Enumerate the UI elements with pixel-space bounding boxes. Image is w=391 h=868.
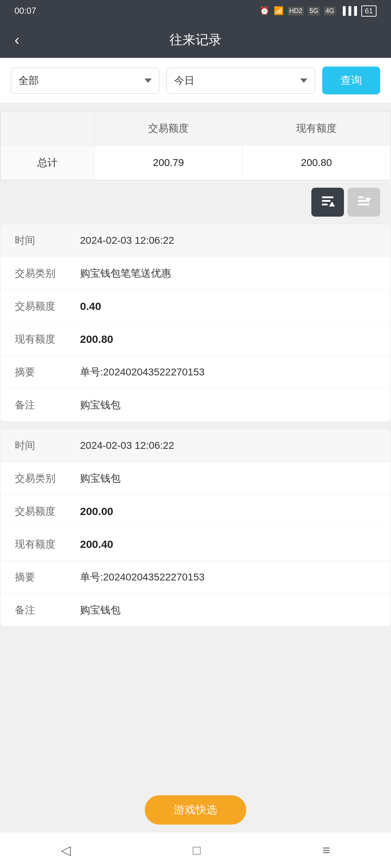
date-dropdown-value: 今日 [174,74,194,88]
status-icons: ⏰ 📶 HD2 5G 4G ▐▐▐ 61 [260,5,377,17]
tx1-time-row: 时间 2024-02-03 12:06:22 [0,224,391,257]
type-dropdown-value: 全部 [18,74,39,88]
tx2-current-row: 现有额度 200.40 [0,528,391,561]
back-button[interactable]: ‹ [14,32,19,48]
query-button[interactable]: 查询 [322,67,380,94]
tx1-time-value: 2024-02-03 12:06:22 [80,235,376,246]
svg-marker-3 [329,201,335,207]
tx2-note-label: 备注 [15,603,80,617]
date-dropdown[interactable]: 今日 [167,68,315,94]
sort-desc-button[interactable] [311,188,344,217]
tx1-summary-row: 摘要 单号:202402043522270153 [0,356,391,389]
tx2-type-label: 交易类别 [15,472,80,485]
tx2-amount-value: 200.00 [80,505,376,518]
svg-rect-2 [322,204,328,205]
tx2-note-row: 备注 购宝钱包 [0,594,391,626]
tx2-amount-row: 交易额度 200.00 [0,495,391,528]
tx2-current-label: 现有额度 [15,537,80,551]
tx2-time-label: 时间 [15,439,80,452]
date-dropdown-arrow [300,78,307,83]
tx1-type-row: 交易类别 购宝钱包笔笔送优惠 [0,257,391,290]
status-time: 00:07 [14,6,36,16]
wifi-icon: 📶 [274,6,283,16]
tx1-summary-value: 单号:202402043522270153 [80,365,376,379]
signal-icon: ▐▐▐ [340,6,357,16]
tx2-note-value: 购宝钱包 [80,603,376,617]
sort-buttons [0,180,391,224]
tx1-summary-label: 摘要 [15,365,80,379]
tx1-time-label: 时间 [15,234,80,247]
tx1-note-label: 备注 [15,398,80,412]
tx2-type-row: 交易类别 购宝钱包 [0,462,391,495]
summary-col3-header: 现有额度 [243,111,391,146]
nav-home-button[interactable]: □ [178,839,215,861]
type-dropdown-arrow [144,78,152,83]
svg-rect-5 [358,200,367,202]
tx2-time-row: 时间 2024-02-03 12:06:22 [0,429,391,462]
summary-transaction-amount: 200.79 [94,146,243,180]
summary-section: 交易额度 现有额度 总计 200.79 200.80 [0,111,391,180]
status-bar: 00:07 ⏰ 📶 HD2 5G 4G ▐▐▐ 61 [0,0,391,22]
tx1-note-value: 购宝钱包 [80,398,376,412]
tx2-time-value: 2024-02-03 12:06:22 [80,440,376,451]
hd2-icon: HD2 [288,7,304,16]
game-quick-button[interactable]: 游戏快选 [145,795,246,825]
tx2-amount-label: 交易额度 [15,505,80,518]
transactions-list: 时间 2024-02-03 12:06:22 交易类别 购宝钱包笔笔送优惠 交易… [0,224,391,714]
tx2-type-value: 购宝钱包 [80,472,376,485]
page-title: 往来记录 [169,31,222,49]
svg-rect-6 [358,204,370,205]
tx1-type-label: 交易类别 [15,267,80,280]
sort-desc-icon [319,193,336,211]
summary-table: 交易额度 现有额度 总计 200.79 200.80 [0,111,391,180]
4g-icon: 4G [324,7,336,16]
tx1-current-row: 现有额度 200.80 [0,323,391,356]
header: ‹ 往来记录 [0,22,391,58]
tx2-summary-row: 摘要 单号:202402043522270153 [0,561,391,594]
type-dropdown[interactable]: 全部 [11,68,159,94]
nav-back-button[interactable]: ◁ [46,839,85,861]
summary-total-label: 总计 [1,146,94,180]
battery-icon: 61 [361,5,377,17]
summary-col1-header [1,111,94,146]
svg-rect-1 [322,200,331,202]
tx1-type-value: 购宝钱包笔笔送优惠 [80,267,376,280]
svg-rect-0 [322,196,333,198]
summary-row: 总计 200.79 200.80 [1,146,391,180]
tx1-amount-row: 交易额度 0.40 [0,290,391,323]
tx2-summary-label: 摘要 [15,570,80,584]
svg-rect-4 [358,196,364,198]
tx1-current-label: 现有额度 [15,332,80,346]
transaction-card-2: 时间 2024-02-03 12:06:22 交易类别 购宝钱包 交易额度 20… [0,429,391,627]
bottom-nav: ◁ □ ≡ [0,832,391,868]
filter-bar: 全部 今日 查询 [0,58,391,103]
sort-asc-button[interactable] [348,188,380,217]
tx1-current-value: 200.80 [80,333,376,345]
tx2-current-value: 200.40 [80,538,376,550]
summary-col2-header: 交易额度 [94,111,243,146]
5g-icon: 5G [308,7,320,16]
nav-menu-button[interactable]: ≡ [308,839,345,861]
sort-asc-icon [355,193,373,211]
tx1-note-row: 备注 购宝钱包 [0,389,391,421]
alarm-icon: ⏰ [260,6,269,16]
summary-current-amount: 200.80 [243,146,391,180]
tx2-summary-value: 单号:202402043522270153 [80,570,376,584]
main-content: 交易额度 现有额度 总计 200.79 200.80 [0,111,391,714]
tx1-amount-value: 0.40 [80,300,376,312]
tx1-amount-label: 交易额度 [15,299,80,313]
transaction-card-1: 时间 2024-02-03 12:06:22 交易类别 购宝钱包笔笔送优惠 交易… [0,224,391,422]
